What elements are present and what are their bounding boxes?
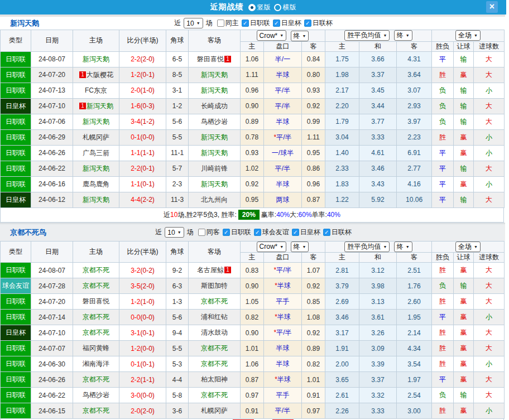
final-odds-select[interactable]: 终▼ [394, 30, 412, 41]
date-cell: 24-06-26 [31, 372, 73, 388]
same-venue-checkbox[interactable] [217, 20, 224, 27]
competition-tag: 日职联 [1, 341, 31, 356]
handicap-result-cell: 赢 [454, 145, 474, 161]
score-cell: 1-1(1-1) [119, 145, 166, 161]
handicap-away-odds: 0.87 [302, 192, 325, 207]
corner-cell: 5-8 [166, 388, 189, 403]
full-match-select[interactable]: 全场▼ [455, 30, 481, 41]
league-filter-checkbox[interactable]: ✓ [254, 229, 261, 236]
wdl-average-select[interactable]: 胜平负均值▼ [344, 242, 390, 252]
date-cell: 24-07-20 [31, 67, 73, 83]
handicap-line: *半球 [264, 372, 302, 388]
chevron-down-icon: ▼ [383, 33, 387, 37]
select-value: 终 [397, 31, 404, 40]
league-filter-checkbox-label[interactable]: 日皇杯 [300, 228, 320, 237]
score-cell: 0-0(0-0) [119, 310, 166, 325]
horizontal-layout-radio[interactable] [274, 4, 281, 11]
league-filter-checkbox[interactable]: ✓ [292, 229, 299, 236]
league-filter-checkbox-label[interactable]: 日职联 [250, 18, 270, 28]
close-icon[interactable]: × [486, 1, 498, 13]
league-filter-checkbox[interactable]: ✓ [273, 20, 280, 27]
handicap-text: 平/半 [276, 329, 291, 336]
league-filter-checkbox[interactable]: ✓ [242, 20, 249, 27]
handicap-home-odds: 0.90 [241, 98, 264, 114]
handicap-result-cell: 赢 [454, 129, 474, 145]
date-cell: 24-06-26 [31, 145, 73, 161]
group-asian-handicap: Crow*▼ 终▼ [241, 241, 325, 253]
handicap-home-odds: 0.90 [241, 325, 264, 341]
date-cell: 24-06-22 [31, 388, 73, 403]
away-team: 磐田喜悦1 [189, 51, 241, 67]
goals-result-cell: 大 [474, 114, 505, 129]
vertical-layout-label[interactable]: 竖版 [257, 3, 271, 12]
home-team: FC东京 [73, 83, 119, 98]
away-team: 鸟栖沙岩 [189, 114, 241, 129]
match-row: 日职联24-06-16鹿岛鹿角1-1(0-1)2-3新泻天鹅0.92半球0.96… [1, 176, 505, 192]
league-filter-checkbox-label[interactable]: 日联杯 [313, 18, 333, 28]
halftime-score: (0-2) [141, 267, 155, 274]
league-filter-checkbox[interactable]: ✓ [304, 20, 311, 27]
away-team: 札幌冈萨 [189, 403, 241, 419]
team-title: 新泻天鹅 [10, 18, 39, 28]
vertical-layout-radio[interactable] [248, 4, 256, 11]
same-venue-checkbox[interactable] [198, 229, 205, 236]
bookmaker-select[interactable]: Crow*▼ [257, 242, 287, 252]
handicap-away-odds: 1.07 [302, 263, 325, 278]
wdl-draw-odds: 3.33 [359, 403, 397, 419]
league-filter-checkbox-item: ✓日联杯 [323, 228, 352, 237]
wdl-away-odds: 2.54 [397, 388, 432, 403]
final-odds-select[interactable]: 终▼ [394, 242, 412, 252]
full-match-select[interactable]: 全场▼ [455, 242, 481, 252]
home-team-name: 京都不死 [83, 329, 109, 336]
handicap-line: 平手 [264, 294, 302, 310]
wdl-away-odds: 3.97 [397, 114, 432, 129]
same-venue-checkbox-label[interactable]: 同主 [225, 18, 239, 28]
wdl-draw-odds: 3.37 [359, 372, 397, 388]
col-wdl-away: 客 [397, 41, 432, 51]
goals-result-cell: 大 [474, 372, 505, 388]
away-team-name: 柏太阳神 [201, 375, 228, 383]
halftime-score: (0-0) [141, 392, 155, 399]
league-filter-checkbox-label[interactable]: 日联杯 [332, 228, 352, 237]
competition-tag: 日职联 [1, 114, 31, 129]
match-count-select[interactable]: 10▼ [165, 227, 184, 238]
goals-result-cell: 小 [474, 356, 505, 372]
home-team: 京都不死 [73, 325, 119, 341]
match-count-select[interactable]: 10▼ [184, 18, 203, 28]
col-type: 类型 [1, 30, 31, 52]
league-filter-checkbox-label[interactable]: 球会友谊 [262, 228, 289, 237]
home-team: 京都不死 [73, 263, 119, 278]
filter-cluster: 近10▼场同客✓日职联✓球会友谊✓日皇杯✓日联杯 [153, 227, 351, 238]
home-team-name: FC东京 [85, 86, 107, 94]
corner-cell: 1-3 [166, 294, 189, 310]
competition-tag: 日职联 [1, 67, 31, 83]
league-filter-checkbox[interactable]: ✓ [223, 229, 230, 236]
handicap-away-odds: 0.80 [302, 67, 325, 83]
final-odds-select[interactable]: 终▼ [291, 242, 309, 252]
away-team-name: 札幌冈萨 [201, 407, 228, 414]
away-team-name: 京都不死 [201, 344, 228, 352]
league-filter-checkbox-label[interactable]: 日职联 [231, 228, 251, 237]
competition-tag: 日职联 [1, 145, 31, 161]
handicap-home-odds: 0.78 [241, 129, 264, 145]
handicap-result-cell: 赢 [454, 325, 474, 341]
league-filter-checkbox[interactable]: ✓ [323, 229, 330, 236]
goals-result-cell: 大 [474, 325, 505, 341]
competition-tag: 日职联 [1, 294, 31, 310]
league-filter-checkbox-label[interactable]: 日皇杯 [281, 18, 301, 28]
handicap-home-odds: 0.83 [241, 263, 264, 278]
chevron-down-icon: ▼ [474, 245, 478, 249]
wdl-home-odds: 1.98 [325, 67, 359, 83]
home-team: 新泻天鹅 [73, 192, 119, 207]
same-venue-checkbox-label[interactable]: 同客 [207, 228, 220, 237]
bookmaker-select[interactable]: Crow*▼ [257, 30, 287, 41]
home-team-name: 鸟栖沙岩 [83, 391, 109, 399]
horizontal-layout-label[interactable]: 横版 [283, 3, 296, 12]
away-team: 新泻天鹅 [189, 67, 241, 83]
red-card-badge: 1 [224, 267, 231, 273]
wdl-average-select[interactable]: 胜平负均值▼ [344, 30, 390, 41]
date-cell: 24-07-06 [31, 114, 73, 129]
fulltime-score: 3-4 [131, 118, 140, 125]
final-odds-select[interactable]: 终▼ [291, 31, 309, 41]
result-cell: 平 [432, 51, 454, 67]
